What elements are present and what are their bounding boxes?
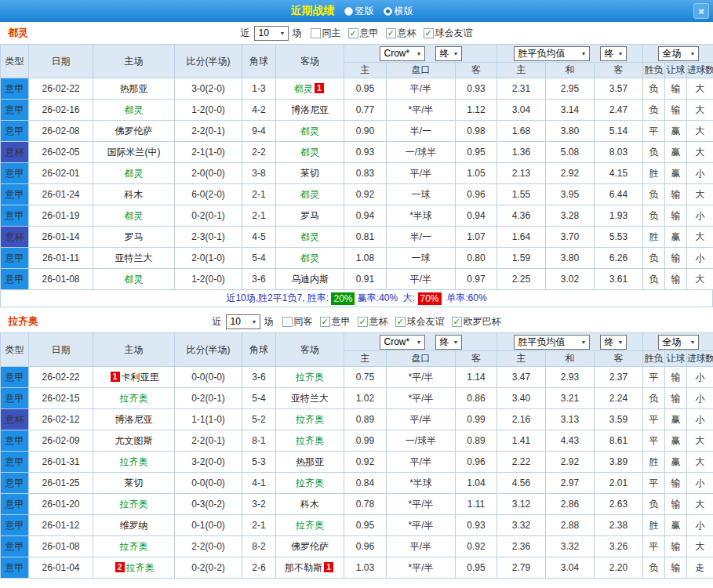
asian-home-odds-cell: 0.94 [344,205,387,227]
away-team-name[interactable]: 都灵 [300,125,319,136]
col-euro-draw-header: 和 [546,351,595,367]
home-team-name[interactable]: 博洛尼亚 [115,414,153,425]
competition-type-cell: 意甲 [1,494,29,515]
corner-count-cell: 8-2 [242,536,276,557]
competition-checkbox[interactable]: 同主 [311,27,341,40]
checkbox-label: 同主 [322,27,341,40]
asian-away-odds-cell: 0.89 [456,430,497,452]
match-row: 意甲26-02-22热那亚3-0(2-0)1-3都灵10.95平/半0.932.… [1,78,713,100]
away-team-name[interactable]: 拉齐奥 [296,414,324,425]
competition-checkbox[interactable]: ✓欧罗巴杯 [452,315,501,328]
titlebar: 近期战绩 竖版 横版 × [0,0,713,22]
checkbox-icon: ✓ [348,28,358,38]
home-team-name[interactable]: 亚特兰大 [115,252,153,263]
home-team-name[interactable]: 拉齐奥 [120,499,148,510]
away-team-name[interactable]: 拉齐奥 [296,435,324,446]
radio-horizontal-option[interactable]: 横版 [384,5,413,18]
asian-away-odds-cell: 0.96 [456,452,497,473]
home-team-cell: 都灵 [93,205,175,227]
away-team-name[interactable]: 都灵 [300,252,319,263]
away-team-name[interactable]: 热那亚 [296,456,324,467]
away-team-name[interactable]: 拉齐奥 [296,520,324,531]
home-team-name[interactable]: 维罗纳 [120,520,148,531]
match-result-cell: 平 [643,430,665,452]
asian-handicap-cell: *半球 [387,473,456,494]
home-team-name[interactable]: 莱切 [125,477,144,488]
away-team-cell: 都灵 [276,227,344,248]
home-team-name[interactable]: 卡利亚里 [122,372,159,383]
over-rate-badge: 70% [418,292,442,305]
home-team-name[interactable]: 都灵 [125,210,144,221]
away-team-name[interactable]: 拉齐奥 [296,372,324,383]
competition-checkbox[interactable]: ✓意甲 [348,27,379,40]
euro-away-odds-cell: 4.15 [595,163,643,184]
euro-draw-odds-cell: 3.02 [546,269,595,290]
competition-checkbox[interactable]: ✓意甲 [320,315,351,328]
avg-stage-select[interactable]: 终 ▼ [600,335,627,350]
asian-home-odds-cell: 0.75 [344,367,387,388]
corner-count-cell: 5-3 [242,452,276,473]
home-team-name[interactable]: 科木 [125,189,144,200]
match-date-cell: 26-01-25 [29,473,93,494]
bookmaker-select[interactable]: Crow* ▼ [380,335,425,350]
home-team-name[interactable]: 拉齐奥 [126,562,155,573]
away-team-name[interactable]: 博洛尼亚 [291,104,329,115]
away-team-name[interactable]: 都灵 [300,189,319,200]
match-scope-select[interactable]: 全场 ▼ [658,335,699,350]
competition-checkbox[interactable]: ✓意杯 [386,27,417,40]
home-team-name[interactable]: 拉齐奥 [120,393,148,404]
away-team-name[interactable]: 都灵 [294,83,313,94]
home-team-name[interactable]: 罗马 [125,231,144,242]
score-cell: 0-0(0-0) [175,473,242,494]
home-team-name[interactable]: 都灵 [125,104,144,115]
away-team-name[interactable]: 都灵 [300,231,319,242]
odds-stage-select[interactable]: 终 ▼ [435,335,462,350]
away-team-name[interactable]: 莱切 [300,168,319,179]
match-scope-select[interactable]: 全场 ▼ [658,46,699,61]
competition-checkbox[interactable]: ✓球会友谊 [395,315,445,328]
avg-odds-value: 胜平负均值 [518,336,566,349]
away-team-name[interactable]: 罗马 [300,210,319,221]
home-team-name[interactable]: 佛罗伦萨 [115,125,153,136]
odds-stage-select[interactable]: 终 ▼ [435,46,462,61]
euro-home-odds-cell: 3.32 [497,515,546,536]
asian-handicap-cell: *平/半 [387,515,456,536]
match-count-select[interactable]: 10 ▼ [254,26,289,41]
competition-checkbox[interactable]: 同客 [282,315,313,328]
away-team-name[interactable]: 佛罗伦萨 [291,541,329,552]
score-cell: 0-2(0-1) [175,205,242,227]
avg-stage-select[interactable]: 终 ▼ [600,46,627,61]
asian-home-odds-cell: 1.03 [344,557,387,579]
handicap-result-cell: 赢 [665,142,687,163]
match-count-select[interactable]: 10 ▼ [226,314,260,329]
away-team-name[interactable]: 那不勒斯 [285,562,322,573]
bookmaker-select[interactable]: Crow* ▼ [380,46,425,61]
avg-odds-select[interactable]: 胜平负均值 ▼ [514,335,590,350]
avg-odds-select[interactable]: 胜平负均值 ▼ [514,46,590,61]
away-team-name[interactable]: 都灵 [300,147,319,158]
col-euro-away-header: 客 [595,63,643,78]
match-row: 意甲26-01-08都灵1-2(0-0)3-6乌迪内斯0.91平/半0.972.… [1,269,713,290]
home-team-name[interactable]: 热那亚 [120,83,148,94]
home-team-name[interactable]: 尤文图斯 [115,435,153,446]
home-team-name[interactable]: 国际米兰(中) [107,147,161,158]
asian-handicap-cell: 平/半 [387,536,456,557]
checkbox-icon: ✓ [358,317,368,327]
home-team-name[interactable]: 都灵 [125,274,144,285]
score-cell: 3-2(0-0) [175,452,242,473]
euro-home-odds-cell: 3.04 [497,100,546,121]
corner-count-cell: 5-2 [242,409,276,430]
competition-checkbox[interactable]: ✓意杯 [358,315,388,328]
radio-vertical-option[interactable]: 竖版 [344,5,374,18]
home-team-name[interactable]: 拉齐奥 [120,456,148,467]
home-team-name[interactable]: 拉齐奥 [120,541,148,552]
euro-away-odds-cell: 5.53 [595,227,643,248]
away-team-name[interactable]: 亚特兰大 [291,393,329,404]
away-team-name[interactable]: 拉齐奥 [296,477,324,488]
match-result-cell: 胜 [643,163,665,184]
away-team-name[interactable]: 乌迪内斯 [291,274,329,285]
close-button[interactable]: × [693,3,709,19]
away-team-name[interactable]: 科木 [300,499,319,510]
home-team-name[interactable]: 都灵 [125,168,144,179]
competition-checkbox[interactable]: ✓球会友谊 [424,27,473,40]
